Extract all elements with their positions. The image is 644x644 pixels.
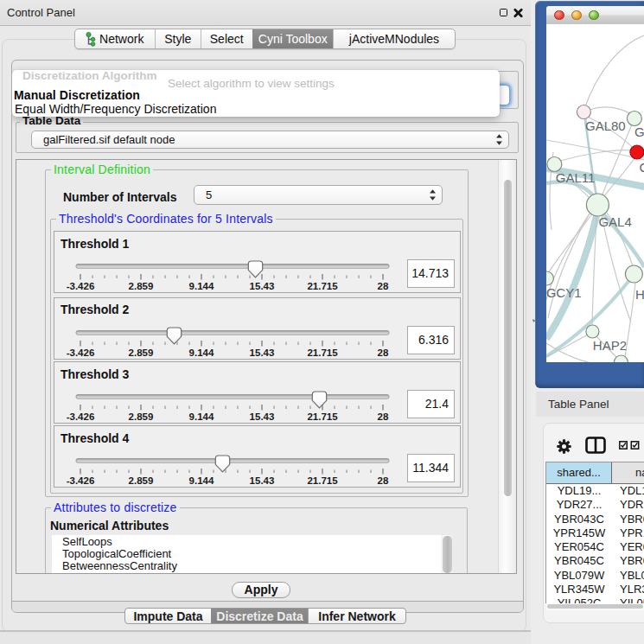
svg-text:15.43: 15.43 [250, 411, 275, 422]
svg-text:9.144: 9.144 [189, 281, 214, 291]
svg-text:21.715: 21.715 [307, 281, 338, 291]
svg-text:28: 28 [378, 475, 389, 486]
svg-text:-3.426: -3.426 [67, 411, 95, 422]
svg-text:21.715: 21.715 [307, 475, 338, 486]
svg-text:GAL4: GAL4 [598, 214, 631, 229]
svg-text:21.715: 21.715 [307, 347, 338, 357]
svg-text:2.859: 2.859 [129, 411, 154, 422]
svg-text:9.144: 9.144 [189, 347, 214, 357]
svg-text:2.859: 2.859 [129, 347, 154, 357]
svg-text:9.144: 9.144 [189, 411, 214, 422]
svg-text:28: 28 [378, 411, 389, 422]
svg-text:-3.426: -3.426 [67, 475, 95, 486]
svg-text:28: 28 [378, 281, 389, 291]
svg-text:15.43: 15.43 [250, 475, 275, 486]
svg-text:C: C [639, 160, 644, 175]
svg-text:GCY1: GCY1 [546, 285, 582, 300]
svg-text:9.144: 9.144 [189, 475, 214, 486]
svg-text:GAL80: GAL80 [585, 118, 626, 133]
svg-text:2.859: 2.859 [129, 475, 154, 486]
svg-text:H: H [635, 287, 644, 302]
svg-text:2.859: 2.859 [129, 281, 154, 291]
svg-text:21.715: 21.715 [307, 411, 338, 422]
svg-text:GAL11: GAL11 [555, 170, 595, 185]
svg-text:28: 28 [378, 347, 389, 357]
svg-text:15.43: 15.43 [250, 281, 275, 291]
svg-text:15.43: 15.43 [250, 347, 275, 357]
svg-text:-3.426: -3.426 [67, 347, 95, 357]
svg-text:HAP2: HAP2 [592, 338, 626, 353]
svg-text:-3.426: -3.426 [67, 281, 95, 291]
svg-text:GA: GA [634, 124, 644, 139]
